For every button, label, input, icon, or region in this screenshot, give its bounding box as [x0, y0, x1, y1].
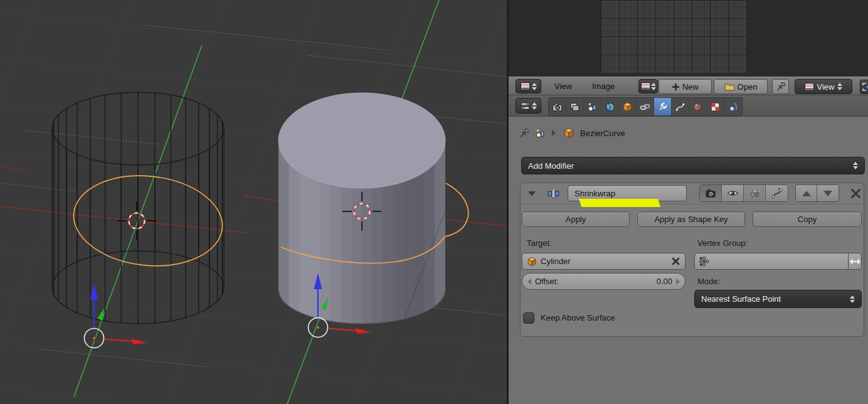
apply-on-spline-toggle[interactable] [766, 185, 788, 201]
target-object-field[interactable]: Cylinder [522, 253, 685, 270]
keep-above-surface-checkbox[interactable] [523, 312, 534, 324]
material-icon [692, 102, 703, 112]
edit-mode-visibility-toggle[interactable] [744, 185, 766, 201]
cube-icon [527, 257, 537, 267]
modifier-display-toggles [699, 184, 788, 202]
tab-physics[interactable] [724, 98, 742, 115]
shrinkwrap-modifier-panel: Apply Apply as Shape Key Copy Target: Ve… [520, 183, 864, 337]
collapse-panel-button[interactable] [528, 191, 536, 196]
mode-dropdown[interactable]: Nearest Surface Point [694, 290, 862, 308]
tab-object-data[interactable] [672, 98, 689, 115]
pin-image-button[interactable] [772, 79, 789, 94]
tab-scene[interactable] [584, 98, 601, 115]
properties-tabs [548, 97, 743, 116]
camera-icon [705, 188, 716, 198]
viewport-visibility-toggle[interactable] [722, 185, 744, 201]
tab-texture[interactable] [707, 98, 724, 115]
vertex-group-icon [699, 257, 709, 266]
slider-increase-icon[interactable] [676, 279, 680, 285]
apply-as-shape-key-button[interactable]: Apply as Shape Key [637, 211, 745, 227]
copy-label: Copy [798, 215, 817, 224]
new-image-button[interactable]: New [659, 79, 712, 94]
layers-icon [569, 102, 580, 112]
properties-editor-icon [521, 102, 531, 110]
edit-mode-cube-icon [749, 188, 760, 199]
open-image-label: Open [738, 82, 758, 92]
tab-modifiers[interactable] [654, 98, 672, 115]
breadcrumb: BezierCurve [519, 126, 625, 140]
scene-icon [587, 102, 598, 112]
image-editor-grid [601, 0, 747, 73]
slider-decrease-icon[interactable] [527, 279, 531, 285]
modifier-move-buttons [795, 184, 839, 202]
image-editor-header: View Image New Open [509, 77, 868, 95]
chevron-up-down-icon [532, 83, 537, 90]
render-slot-button[interactable] [860, 80, 868, 94]
spline-icon [771, 188, 783, 199]
menu-view[interactable]: View [554, 82, 572, 91]
chevron-up-down-icon [532, 102, 537, 110]
add-modifier-dropdown[interactable]: Add Modifier [521, 157, 865, 174]
vertex-group-label: Vertex Group: [697, 238, 748, 248]
chevron-up-down-icon [850, 295, 855, 303]
image-datablock-browse-button[interactable] [638, 79, 658, 93]
delete-modifier-button[interactable] [849, 187, 862, 199]
keep-above-surface-label: Keep Above Surface [541, 313, 615, 322]
panel-divider [521, 204, 864, 205]
copy-button[interactable]: Copy [753, 211, 862, 227]
chevron-up-down-icon [651, 83, 656, 90]
pin-icon [776, 82, 786, 92]
yellow-highlight-annotation [579, 199, 660, 207]
solid-cylinder [278, 93, 446, 332]
render-visibility-toggle[interactable] [700, 185, 722, 201]
vertex-group-field[interactable] [694, 253, 849, 270]
editor-type-button-properties[interactable] [516, 98, 541, 114]
open-image-button[interactable]: Open [714, 79, 768, 94]
invert-vertex-group-button[interactable] [849, 253, 862, 270]
apply-button[interactable]: Apply [522, 211, 630, 227]
scene-context-icon[interactable] [535, 128, 546, 139]
view-mode-label: View [817, 82, 835, 92]
chevron-up-down-icon [837, 83, 842, 90]
mode-label: Mode: [697, 277, 720, 286]
tab-render[interactable] [549, 98, 566, 115]
menu-image[interactable]: Image [592, 82, 615, 91]
shrinkwrap-modifier-icon [547, 187, 560, 200]
clear-target-icon[interactable] [672, 257, 680, 265]
camera-icon [552, 102, 563, 112]
move-modifier-up-button[interactable] [796, 185, 817, 201]
tab-object[interactable] [619, 98, 637, 115]
properties-header [509, 95, 868, 117]
tab-world[interactable] [601, 98, 619, 115]
triangle-down-icon [823, 191, 832, 196]
3d-viewport[interactable] [0, 0, 508, 404]
physics-icon [728, 102, 739, 112]
image-editor-canvas[interactable] [509, 0, 868, 77]
offset-label: Offset: [535, 277, 559, 286]
offset-slider[interactable]: Offset: 0.00 [522, 273, 685, 290]
close-icon [850, 188, 861, 199]
screen-icon [862, 83, 868, 92]
add-modifier-label: Add Modifier [528, 161, 574, 171]
pin-icon[interactable] [519, 128, 530, 139]
move-modifier-down-button[interactable] [817, 185, 839, 201]
world-icon [605, 102, 615, 112]
texture-icon [710, 102, 721, 112]
folder-icon [724, 82, 735, 91]
tab-render-layers[interactable] [566, 98, 584, 115]
wrench-icon [657, 102, 668, 112]
triangle-up-icon [802, 191, 811, 196]
chain-icon [640, 102, 650, 112]
tab-material[interactable] [689, 98, 707, 115]
editor-type-button[interactable] [516, 79, 541, 93]
apply-as-shape-key-label: Apply as Shape Key [654, 215, 728, 224]
tab-constraints[interactable] [637, 98, 654, 115]
offset-value: 0.00 [657, 277, 672, 286]
breadcrumb-arrow-icon [552, 130, 556, 136]
plus-icon [672, 83, 680, 91]
view-mode-dropdown[interactable]: View [795, 79, 852, 94]
new-image-label: New [682, 82, 699, 92]
target-label: Target: [527, 238, 552, 248]
mode-value: Nearest Surface Point [701, 294, 781, 304]
cube-icon [622, 102, 633, 112]
